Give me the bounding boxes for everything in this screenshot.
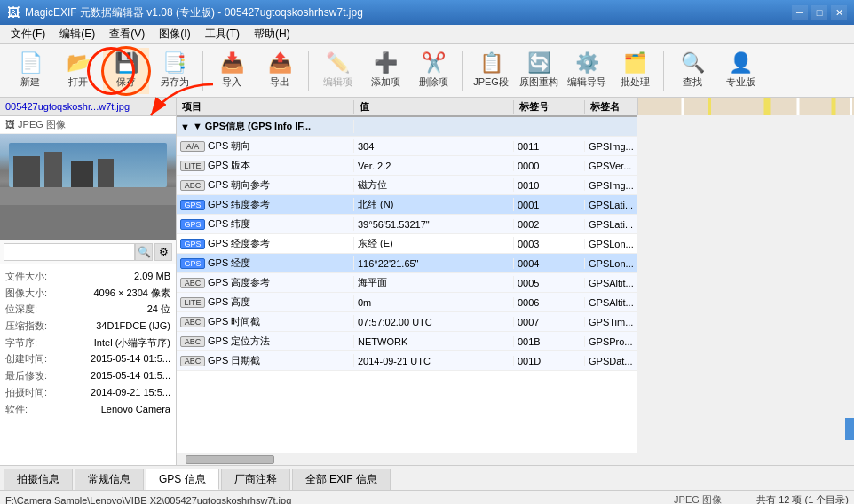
pro-button[interactable]: 👤 专业版 <box>717 48 763 94</box>
row-tagnum: 0001 <box>514 200 585 210</box>
window-title: MagicEXIF 元数据编辑器 v1.08 (专业版) - 005427ugt… <box>25 5 363 20</box>
horizontal-scrollbar[interactable] <box>177 453 637 465</box>
table-row[interactable]: ABC GPS 高度参考 海平面 0005 GPSAltit... <box>177 273 637 293</box>
search-execute-button[interactable]: 🔍 <box>135 243 153 261</box>
export-button[interactable]: 📤 导出 <box>257 48 303 94</box>
menu-help[interactable]: 帮助(H) <box>247 25 297 43</box>
tab-gps[interactable]: GPS 信息 <box>146 469 219 490</box>
metadata-modified: 最后修改: 2015-05-14 01:5... <box>5 367 170 384</box>
type-badge: A/A <box>180 141 205 152</box>
table-row[interactable]: LITE GPS 高度 0m 0006 GPSAltit... <box>177 293 637 312</box>
row-tagnum: 0006 <box>514 297 585 308</box>
edit-guide-icon: ⚙️ <box>575 53 599 73</box>
separator-4 <box>663 51 664 91</box>
save-as-icon: 📑 <box>162 53 186 73</box>
table-row[interactable]: ABC GPS 时间截 07:57:02.00 UTC 0007 GPSTim.… <box>177 312 637 332</box>
save-icon: 💾 <box>115 53 138 73</box>
toolbar: 📄 新建 📂 打开 💾 保存 📑 另存为 📥 导入 📤 导出 ✏️ 编辑项 <box>0 44 854 98</box>
search-input[interactable] <box>4 243 135 261</box>
new-button[interactable]: 📄 新建 <box>7 48 53 94</box>
row-tagname: GPSLati... <box>585 219 637 230</box>
table-row[interactable]: LITE GPS 版本 Ver. 2.2 0000 GPSVer... <box>177 156 637 176</box>
open-icon: 📂 <box>67 53 91 73</box>
new-label: 新建 <box>20 75 40 89</box>
table-row[interactable]: ABC GPS 朝向参考 磁方位 0010 GPSImg... <box>177 176 637 195</box>
jpeg-icon: 📋 <box>479 53 503 73</box>
batch-label: 批处理 <box>621 75 650 89</box>
table-row[interactable]: ABC GPS 日期截 2014-09-21 UTC 001D GPSDat..… <box>177 351 637 371</box>
map-svg: 北京市 三河市 云州区 河北省 廊坊市 固安县 漳州市 高碑店市 涿州市 保定市… <box>638 98 854 115</box>
delete-item-button[interactable]: ✂️ 删除项 <box>410 48 456 94</box>
metadata-compression: 压缩指数: 34D1FDCE (IJG) <box>5 318 170 335</box>
row-name: GPS GPS 经度参考 <box>177 237 354 250</box>
properties-button[interactable]: 属性 <box>845 418 854 440</box>
status-count: 共有 12 项 (1 个目录) <box>742 493 849 504</box>
tab-vendor[interactable]: 厂商注释 <box>221 469 290 490</box>
import-button[interactable]: 📥 导入 <box>209 48 255 94</box>
menu-tools[interactable]: 工具(T) <box>198 25 247 43</box>
tab-capture[interactable]: 拍摄信息 <box>4 469 73 490</box>
table-row[interactable]: ▼ ▼ GPS信息 (GPS Info IF... <box>177 117 637 137</box>
type-badge: LITE <box>180 161 205 171</box>
maximize-button[interactable]: □ <box>811 5 827 20</box>
tab-general[interactable]: 常规信息 <box>75 469 144 490</box>
edit-item-icon: ✏️ <box>326 53 350 73</box>
menu-edit[interactable]: 编辑(E) <box>52 25 102 43</box>
edit-item-button[interactable]: ✏️ 编辑项 <box>314 48 360 94</box>
row-tagname: GPSAltit... <box>585 297 637 308</box>
row-tagname: GPSImg... <box>585 180 637 191</box>
reconstruct-label: 原图重构 <box>519 75 558 89</box>
metadata-created: 创建时间: 2015-05-14 01:5... <box>5 350 170 367</box>
menu-view[interactable]: 查看(V) <box>102 25 152 43</box>
type-badge: GPS <box>180 258 205 269</box>
header-tagname: 标签名 <box>585 100 637 114</box>
menu-image[interactable]: 图像(I) <box>152 25 197 43</box>
row-value: 304 <box>354 141 514 152</box>
delete-item-icon: ✂️ <box>422 53 446 73</box>
title-bar: 🖼 MagicEXIF 元数据编辑器 v1.08 (专业版) - 005427u… <box>0 0 854 25</box>
type-badge: ABC <box>180 336 205 347</box>
type-badge: GPS <box>180 219 205 230</box>
table-row[interactable]: GPS GPS 纬度 39°56'51.53217" 0002 GPSLati.… <box>177 215 637 234</box>
reconstruct-button[interactable]: 🔄 原图重构 <box>516 48 562 94</box>
edit-item-label: 编辑项 <box>323 75 352 89</box>
row-name: LITE GPS 高度 <box>177 295 354 309</box>
row-name: LITE GPS 版本 <box>177 159 354 172</box>
status-path: F:\Camera Sample\Lenovo\VIBE X2\005427ug… <box>5 495 653 505</box>
save-as-button[interactable]: 📑 另存为 <box>151 48 197 94</box>
edit-guide-button[interactable]: ⚙️ 编辑导导 <box>564 48 610 94</box>
row-value: 东经 (E) <box>354 237 514 250</box>
thumbnail-area <box>0 134 176 240</box>
row-tagnum: 0003 <box>514 239 585 249</box>
table-row[interactable]: GPS GPS 经度 116°22'21.65" 0004 GPSLon... <box>177 254 637 273</box>
open-button[interactable]: 📂 打开 <box>55 48 101 94</box>
type-badge: ABC <box>180 356 205 366</box>
table-row[interactable]: ABC GPS 定位方法 NETWORK 001B GPSPro... <box>177 332 637 351</box>
row-tagname: GPSTim... <box>585 317 637 327</box>
scroll-thumb[interactable] <box>186 455 274 464</box>
metadata-imagesize: 图像大小: 4096 × 2304 像素 <box>5 285 170 302</box>
table-row[interactable]: A/A GPS 朝向 304 0011 GPSImg... <box>177 137 637 156</box>
metadata-bitdepth: 位深度: 24 位 <box>5 301 170 318</box>
row-tagname: GPSDat... <box>585 356 637 366</box>
search-button[interactable]: 🔍 查找 <box>669 48 716 94</box>
tab-all-exif[interactable]: 全部 EXIF 信息 <box>292 469 391 490</box>
close-button[interactable]: ✕ <box>831 5 847 20</box>
filename-header[interactable]: 005427ugtoqskoshr...w7t.jpg <box>0 98 176 116</box>
search-icon: 🔍 <box>681 53 705 73</box>
row-name: GPS GPS 纬度 <box>177 217 354 231</box>
jpeg-button[interactable]: 📋 JPEG段 <box>468 48 514 94</box>
row-tagnum: 0005 <box>514 278 585 288</box>
row-name: ABC GPS 朝向参考 <box>177 178 354 192</box>
thumbnail-image <box>0 134 176 240</box>
table-row[interactable]: GPS GPS 经度参考 东经 (E) 0003 GPSLon... <box>177 234 637 254</box>
add-item-button[interactable]: ➕ 添加项 <box>362 48 408 94</box>
menu-file[interactable]: 文件(F) <box>4 25 52 43</box>
save-button[interactable]: 💾 保存 <box>103 48 149 94</box>
batch-button[interactable]: 🗂️ 批处理 <box>612 48 658 94</box>
row-name: A/A GPS 朝向 <box>177 139 354 153</box>
import-label: 导入 <box>222 75 241 89</box>
table-row[interactable]: GPS GPS 纬度参考 北纬 (N) 0001 GPSLati... <box>177 195 637 215</box>
settings-button[interactable]: ⚙ <box>154 243 172 261</box>
minimize-button[interactable]: ─ <box>792 5 808 20</box>
